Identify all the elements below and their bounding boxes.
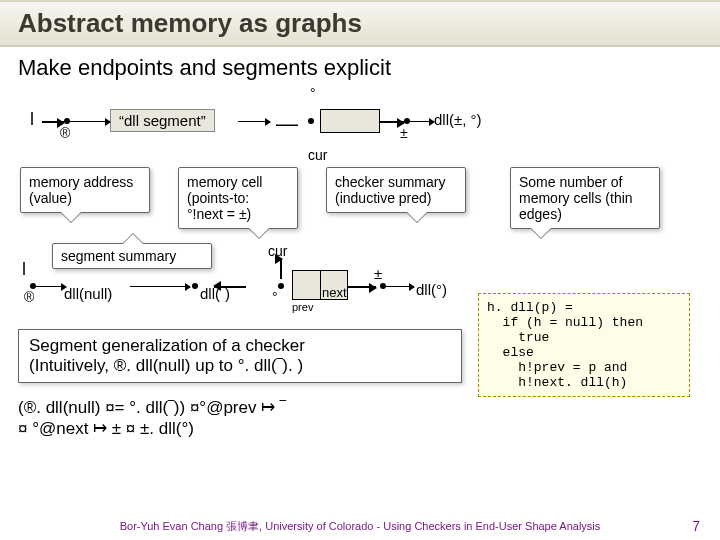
sym-deg-2: °	[272, 289, 278, 305]
callout-some-cells-text: Some number of memory cells (thin edges)	[519, 174, 633, 222]
callout-memory-address-text: memory address (value)	[29, 174, 133, 206]
dll-null-label: dll(null)	[64, 285, 112, 302]
edge-to-dll	[410, 121, 434, 122]
arrow-cur-down	[280, 259, 282, 279]
node-mid	[308, 118, 314, 124]
sym-reg: ®	[60, 125, 70, 141]
edge-row2-a	[130, 286, 190, 287]
prev-label: prev	[292, 301, 313, 313]
page-number: 7	[692, 518, 700, 534]
gen-line1: Segment generalization of a checker	[29, 336, 451, 356]
slide-subheading: Make endpoints and segments explicit	[0, 47, 720, 83]
sym-bar: —	[276, 111, 298, 137]
cur-label-top: cur	[308, 147, 327, 163]
arrow-cell-out	[380, 121, 404, 123]
sym-reg-2: ®	[24, 289, 34, 305]
var-l-2: l	[22, 259, 26, 280]
edge-row2-c	[386, 286, 414, 287]
callout-checker-summary: checker summary (inductive pred)	[326, 167, 466, 213]
edge-to-seg	[70, 121, 110, 122]
callout-checker-summary-text: checker summary (inductive pred)	[335, 174, 445, 206]
node-row2-deg	[278, 283, 284, 289]
gen-line2: (Intuitively, ®. dll(null) up to °. dll(…	[29, 356, 451, 376]
callout-memory-address: memory address (value)	[20, 167, 150, 213]
sym-pm-2: ±	[374, 265, 382, 282]
arrow-next	[348, 286, 376, 288]
def-line4: else	[487, 345, 681, 360]
def-line6: h!next. dll(h)	[487, 375, 681, 390]
diagram-stage: ° l ® “dll segment” — ± dll(±, °) cur me…	[0, 83, 720, 513]
formula-text: (®. dll(null) ¤= °. dll(‾)) ¤°@prev ↦ ‾ …	[18, 397, 488, 439]
def-line2: if (h = null) then	[487, 315, 681, 330]
node-row2-b	[192, 283, 198, 289]
generalization-box: Segment generalization of a checker (Int…	[18, 329, 462, 383]
dll-segment-box: “dll segment”	[110, 109, 215, 132]
callout-segment-summary: segment summary	[52, 243, 212, 269]
callout-segment-summary-text: segment summary	[61, 248, 176, 264]
def-line1: h. dll(p) =	[487, 300, 681, 315]
edge-l2-out	[36, 286, 66, 287]
edge-seg-to-mid	[238, 121, 270, 122]
arrow-prev	[214, 286, 246, 288]
slide-title: Abstract memory as graphs	[0, 0, 720, 47]
double-cell-divider	[320, 270, 321, 300]
def-line5: h!prev = p and	[487, 360, 681, 375]
footer-text: Bor-Yuh Evan Chang 張博聿, University of Co…	[0, 519, 720, 534]
callout-memory-cell: memory cell (points-to: °!next = ±)	[178, 167, 298, 229]
memory-cell-rect	[320, 109, 380, 133]
callout-some-cells: Some number of memory cells (thin edges)	[510, 167, 660, 229]
sym-pm: ±	[400, 125, 408, 141]
def-line3: true	[487, 330, 681, 345]
arrow-l-to-node	[42, 121, 64, 123]
checker-definition-box: h. dll(p) = if (h = null) then true else…	[478, 293, 690, 397]
callout-memory-cell-text: memory cell (points-to: °!next = ±)	[187, 174, 262, 222]
degree-marker: °	[310, 85, 316, 101]
var-l: l	[30, 109, 34, 130]
dll-deg-label: dll(°)	[416, 281, 447, 298]
next-label: next	[322, 285, 347, 300]
dll-pred-label: dll(±, °)	[434, 111, 482, 128]
